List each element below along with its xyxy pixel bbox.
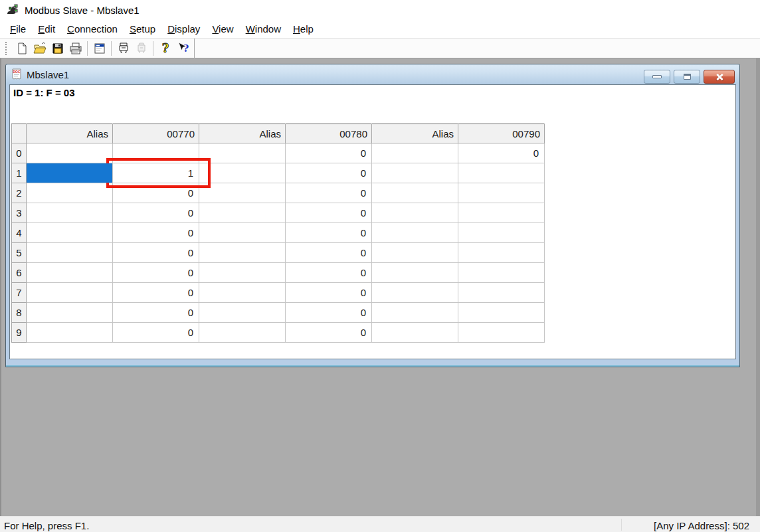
grid-cell-r0-c2[interactable] bbox=[113, 143, 199, 163]
help-button[interactable]: ? bbox=[156, 40, 174, 56]
row-header-4[interactable]: 4 bbox=[12, 223, 27, 243]
grid-cell-r5-c6[interactable] bbox=[458, 243, 545, 263]
grid-cell-r8-c6[interactable] bbox=[458, 303, 545, 323]
menu-connection[interactable]: Connection bbox=[62, 22, 123, 36]
grid-cell-r1-c6[interactable] bbox=[458, 163, 545, 183]
grid-cell-r6-c1[interactable] bbox=[27, 263, 113, 283]
grid-cell-r8-c1[interactable] bbox=[27, 303, 113, 323]
col-header-4-00780[interactable]: 00780 bbox=[286, 124, 372, 143]
grid-cell-r4-c1[interactable] bbox=[27, 223, 113, 243]
connect-button[interactable] bbox=[114, 40, 132, 56]
grid-cell-r3-c5[interactable] bbox=[372, 203, 458, 223]
grid-cell-r2-c4[interactable]: 0 bbox=[286, 183, 372, 203]
row-header-7[interactable]: 7 bbox=[12, 283, 27, 303]
row-header-1[interactable]: 1 bbox=[12, 163, 27, 183]
grid-cell-r2-c5[interactable] bbox=[372, 183, 458, 203]
grid-cell-r7-c5[interactable] bbox=[372, 283, 458, 303]
close-button[interactable] bbox=[704, 70, 735, 84]
grid-cell-r5-c3[interactable] bbox=[199, 243, 286, 263]
grid-cell-r1-c2[interactable]: 1 bbox=[113, 163, 199, 183]
grid-cell-r3-c3[interactable] bbox=[199, 203, 286, 223]
grid-cell-r8-c2[interactable]: 0 bbox=[113, 303, 199, 323]
minimize-button[interactable] bbox=[644, 70, 670, 84]
row-header-6[interactable]: 6 bbox=[12, 263, 27, 283]
grid-cell-r9-c6[interactable] bbox=[458, 323, 545, 343]
menu-edit[interactable]: Edit bbox=[33, 22, 60, 36]
row-header-0[interactable]: 0 bbox=[12, 143, 27, 163]
grid-cell-r9-c4[interactable]: 0 bbox=[286, 323, 372, 343]
grid-cell-r9-c1[interactable] bbox=[27, 323, 113, 343]
grid-cell-r7-c4[interactable]: 0 bbox=[286, 283, 372, 303]
menu-file[interactable]: File bbox=[5, 22, 31, 36]
grid-cell-r4-c2[interactable]: 0 bbox=[113, 223, 199, 243]
grid-cell-r3-c4[interactable]: 0 bbox=[286, 203, 372, 223]
new-button[interactable] bbox=[13, 40, 31, 56]
grid-cell-r7-c2[interactable]: 0 bbox=[113, 283, 199, 303]
grid-cell-r7-c3[interactable] bbox=[199, 283, 286, 303]
grid-cell-r1-c3[interactable] bbox=[199, 163, 286, 183]
grid-cell-r1-c5[interactable] bbox=[372, 163, 458, 183]
grid-cell-r0-c4[interactable]: 0 bbox=[286, 143, 372, 163]
menu-window[interactable]: Window bbox=[240, 22, 286, 36]
grid-cell-r4-c3[interactable] bbox=[199, 223, 286, 243]
row-header-5[interactable]: 5 bbox=[12, 243, 27, 263]
mbslave1-titlebar[interactable]: DOC Mbslave1 bbox=[6, 64, 739, 84]
menu-setup[interactable]: Setup bbox=[124, 22, 161, 36]
grid-cell-r9-c3[interactable] bbox=[199, 323, 286, 343]
grid-cell-r2-c3[interactable] bbox=[199, 183, 286, 203]
grid-cell-r5-c1[interactable] bbox=[27, 243, 113, 263]
grid-cell-r6-c4[interactable]: 0 bbox=[286, 263, 372, 283]
menu-display[interactable]: Display bbox=[162, 22, 205, 36]
toolbar-gripper[interactable] bbox=[5, 42, 8, 55]
grid-cell-r5-c4[interactable]: 0 bbox=[286, 243, 372, 263]
col-header-5-Alias[interactable]: Alias bbox=[372, 124, 458, 143]
row-header-8[interactable]: 8 bbox=[12, 303, 27, 323]
row-header-9[interactable]: 9 bbox=[12, 323, 27, 343]
context-help-button[interactable]: ? bbox=[174, 40, 192, 56]
register-table: Alias00770Alias00780Alias00790 000110200… bbox=[11, 124, 545, 343]
grid-cell-r0-c5[interactable] bbox=[372, 143, 458, 163]
grid-cell-r5-c5[interactable] bbox=[372, 243, 458, 263]
grid-cell-r4-c5[interactable] bbox=[372, 223, 458, 243]
col-header-1-Alias[interactable]: Alias bbox=[27, 124, 113, 143]
grid-cell-r0-c3[interactable] bbox=[199, 143, 286, 163]
menu-help[interactable]: Help bbox=[288, 22, 319, 36]
grid-cell-r1-c4[interactable]: 0 bbox=[286, 163, 372, 183]
grid-cell-r2-c2[interactable]: 0 bbox=[113, 183, 199, 203]
grid-cell-r7-c1[interactable] bbox=[27, 283, 113, 303]
col-header-2-00770[interactable]: 00770 bbox=[113, 124, 199, 143]
grid-cell-r4-c4[interactable]: 0 bbox=[286, 223, 372, 243]
grid-cell-r6-c5[interactable] bbox=[372, 263, 458, 283]
grid-cell-r3-c1[interactable] bbox=[27, 203, 113, 223]
grid-cell-r7-c6[interactable] bbox=[458, 283, 545, 303]
grid-cell-r8-c5[interactable] bbox=[372, 303, 458, 323]
display-setup-button[interactable] bbox=[90, 40, 108, 56]
grid-cell-r5-c2[interactable]: 0 bbox=[113, 243, 199, 263]
col-header-6-00790[interactable]: 00790 bbox=[458, 124, 545, 143]
restore-button[interactable] bbox=[674, 70, 700, 84]
menu-view[interactable]: View bbox=[207, 22, 238, 36]
print-button[interactable] bbox=[66, 40, 84, 56]
grid-cell-r0-c1[interactable] bbox=[27, 143, 113, 163]
grid-cell-r2-c1[interactable] bbox=[27, 183, 113, 203]
grid-cell-r2-c6[interactable] bbox=[458, 183, 545, 203]
row-header-2[interactable]: 2 bbox=[12, 183, 27, 203]
row-header-3[interactable]: 3 bbox=[12, 203, 27, 223]
save-button[interactable] bbox=[48, 40, 66, 56]
status-separator bbox=[621, 519, 622, 531]
grid-cell-r0-c6[interactable]: 0 bbox=[458, 143, 545, 163]
grid-cell-r9-c5[interactable] bbox=[372, 323, 458, 343]
grid-cell-r3-c2[interactable]: 0 bbox=[113, 203, 199, 223]
grid-cell-r9-c2[interactable]: 0 bbox=[113, 323, 199, 343]
grid-cell-r6-c3[interactable] bbox=[199, 263, 286, 283]
grid-cell-r6-c2[interactable]: 0 bbox=[113, 263, 199, 283]
open-button[interactable] bbox=[31, 40, 48, 56]
grid-cell-r4-c6[interactable] bbox=[458, 223, 545, 243]
grid-corner-header[interactable] bbox=[12, 124, 27, 143]
grid-cell-r1-c1[interactable] bbox=[27, 163, 113, 183]
grid-cell-r8-c4[interactable]: 0 bbox=[286, 303, 372, 323]
grid-cell-r8-c3[interactable] bbox=[199, 303, 286, 323]
col-header-3-Alias[interactable]: Alias bbox=[199, 124, 286, 143]
grid-cell-r6-c6[interactable] bbox=[458, 263, 545, 283]
grid-cell-r3-c6[interactable] bbox=[458, 203, 545, 223]
